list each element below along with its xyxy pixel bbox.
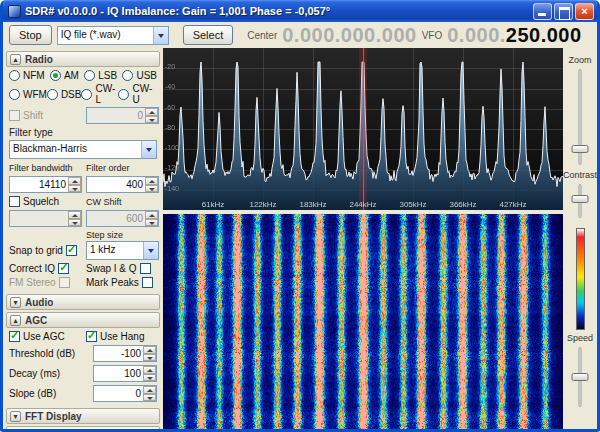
waterfall-canvas[interactable] — [163, 214, 563, 429]
squelch-stepper[interactable] — [9, 210, 82, 227]
expand-icon[interactable]: ▾ — [10, 429, 21, 430]
spin-down-icon[interactable] — [145, 185, 158, 193]
spin-down-icon[interactable] — [143, 374, 156, 382]
panel-header-frequency-manager[interactable]: ▾ Frequency Manager (Plugin) — [6, 426, 160, 429]
spectrum-canvas[interactable] — [163, 48, 563, 210]
snap-to-grid-checkbox[interactable]: Snap to grid — [9, 245, 82, 256]
spinner-arrows[interactable] — [68, 211, 81, 226]
checkbox — [58, 263, 69, 274]
spin-down-icon[interactable] — [143, 354, 156, 362]
collapse-icon[interactable]: ▴ — [10, 54, 21, 65]
slider-thumb[interactable] — [572, 373, 589, 381]
shift-checkbox[interactable]: Shift — [9, 110, 82, 121]
title-bar[interactable]: SDR# v0.0.0.0 - IQ Imbalance: Gain = 1,0… — [3, 0, 597, 22]
swap-iq-checkbox[interactable]: Swap I & Q — [86, 263, 159, 274]
correct-iq-checkbox[interactable]: Correct IQ — [9, 263, 82, 274]
spin-up-icon[interactable] — [145, 108, 158, 116]
mode-lsb-radio[interactable]: LSB — [84, 70, 117, 81]
db-axis-label: -120 — [165, 164, 179, 171]
db-axis-label: -40 — [165, 83, 175, 90]
spin-up-icon[interactable] — [68, 211, 81, 219]
use-hang-checkbox[interactable]: Use Hang — [86, 331, 159, 342]
slope-stepper[interactable] — [93, 385, 157, 402]
threshold-stepper[interactable] — [93, 345, 157, 362]
spinner-arrows[interactable] — [143, 346, 156, 361]
expand-icon[interactable]: ▾ — [10, 297, 21, 308]
spin-up-icon[interactable] — [143, 386, 156, 394]
expand-icon[interactable]: ▾ — [10, 411, 21, 422]
center-frequency-display[interactable]: 0.000.000.000 — [282, 24, 416, 47]
filter-order-stepper[interactable] — [86, 176, 159, 193]
checkbox — [142, 277, 153, 288]
panel-header-audio[interactable]: ▾ Audio — [6, 294, 160, 310]
spinner-arrows[interactable] — [145, 108, 158, 123]
mode-wfm-radio[interactable]: WFM — [9, 89, 47, 100]
stop-button[interactable]: Stop — [9, 25, 52, 45]
spin-down-icon[interactable] — [68, 219, 81, 227]
close-button[interactable]: × — [575, 3, 594, 20]
mode-cwl-radio[interactable]: CW-L — [81, 83, 118, 105]
slider-thumb[interactable] — [572, 145, 589, 153]
filter-order-value[interactable] — [87, 177, 145, 192]
checkbox — [140, 263, 151, 274]
panel-header-radio[interactable]: ▴ Radio — [6, 51, 160, 67]
spin-down-icon[interactable] — [145, 219, 158, 227]
cw-shift-value — [87, 211, 145, 226]
checkbox — [9, 110, 20, 121]
select-button[interactable]: Select — [183, 25, 234, 45]
step-size-select[interactable]: 1 kHz — [86, 241, 159, 260]
squelch-checkbox[interactable]: Squelch — [9, 196, 82, 207]
shift-stepper[interactable] — [86, 107, 159, 124]
panel-title-fft-display: FFT Display — [25, 411, 82, 422]
mode-usb-radio[interactable]: USB — [122, 70, 157, 81]
mode-cwu-radio[interactable]: CW-U — [118, 83, 157, 105]
spin-down-icon[interactable] — [68, 185, 81, 193]
vfo-frequency-display[interactable]: 0.000.250.000 — [447, 24, 581, 47]
panel-header-fft-display[interactable]: ▾ FFT Display — [6, 408, 160, 424]
filter-type-label: Filter type — [9, 127, 157, 138]
speed-label: Speed — [567, 333, 593, 343]
mode-nfm-radio[interactable]: NFM — [9, 70, 45, 81]
mode-dsb-radio[interactable]: DSB — [47, 89, 82, 100]
collapse-icon[interactable]: ▴ — [10, 315, 21, 326]
freq-axis-label: 61kHz — [202, 200, 225, 209]
checkbox — [9, 331, 20, 342]
cw-shift-stepper[interactable] — [86, 210, 159, 227]
panel-header-agc[interactable]: ▴ AGC — [6, 312, 160, 328]
spectrum-analyzer[interactable]: -20 -40 -60 -80 -100 -120 -140 61kHz 122… — [163, 48, 563, 210]
spinner-arrows[interactable] — [143, 366, 156, 381]
mark-peaks-checkbox[interactable]: Mark Peaks — [86, 277, 159, 288]
spin-up-icon[interactable] — [68, 177, 81, 185]
checkbox — [59, 277, 70, 288]
source-select[interactable]: IQ file (*.wav) — [57, 26, 169, 45]
filter-type-select[interactable]: Blackman-Harris — [9, 140, 157, 159]
spinner-arrows[interactable] — [145, 177, 158, 192]
center-label: Center — [247, 30, 277, 41]
freq-axis-label: 244kHz — [349, 200, 376, 209]
slider-thumb[interactable] — [572, 195, 589, 203]
maximize-button[interactable] — [554, 3, 573, 20]
spin-up-icon[interactable] — [143, 346, 156, 354]
spin-up-icon[interactable] — [145, 177, 158, 185]
waterfall-display[interactable] — [163, 214, 563, 429]
decay-stepper[interactable] — [93, 365, 157, 382]
spinner-arrows[interactable] — [145, 211, 158, 226]
slope-value[interactable] — [94, 386, 143, 401]
filter-bandwidth-stepper[interactable] — [9, 176, 82, 193]
mode-am-radio[interactable]: AM — [50, 70, 79, 81]
threshold-value[interactable] — [94, 346, 143, 361]
checkbox — [9, 196, 20, 207]
decay-value[interactable] — [94, 366, 143, 381]
spin-up-icon[interactable] — [143, 366, 156, 374]
contrast-slider[interactable] — [569, 182, 591, 220]
filter-bandwidth-value[interactable] — [10, 177, 68, 192]
spin-down-icon[interactable] — [145, 116, 158, 124]
spin-up-icon[interactable] — [145, 211, 158, 219]
use-agc-checkbox[interactable]: Use AGC — [9, 331, 82, 342]
zoom-slider[interactable] — [569, 67, 591, 167]
spinner-arrows[interactable] — [68, 177, 81, 192]
speed-slider[interactable] — [569, 345, 591, 409]
spin-down-icon[interactable] — [143, 394, 156, 402]
spinner-arrows[interactable] — [143, 386, 156, 401]
minimize-button[interactable] — [533, 3, 552, 20]
